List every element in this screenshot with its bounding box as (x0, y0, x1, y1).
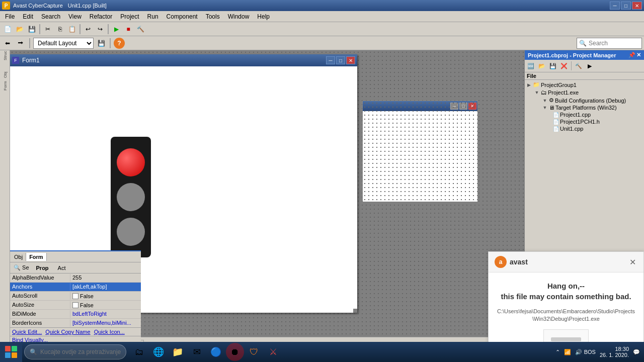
quick-copy-link[interactable]: Quick Copy Name (45, 329, 90, 335)
toolbar-1: 📄 📂 💾 ✂ ⎘ 📋 ↩ ↪ ▶ ■ 🔨 (0, 22, 644, 36)
sys-arrow-icon[interactable]: ⌃ (555, 349, 560, 355)
form-btn[interactable]: Form (1, 81, 10, 90)
quick-edit-link[interactable]: Quick Edit... (12, 329, 42, 335)
obj-btn[interactable]: Obj (1, 70, 10, 79)
save-button[interactable]: 💾 (26, 24, 37, 35)
maximize-button[interactable]: □ (621, 2, 631, 10)
open-button[interactable]: 📂 (14, 24, 25, 35)
run-button[interactable]: ▶ (111, 24, 122, 35)
cut-button[interactable]: ✂ (42, 24, 53, 35)
menu-run[interactable]: Run (143, 12, 163, 21)
tree-item-project1[interactable]: ▼ 🗂 Project1.exe (525, 88, 644, 97)
layout-save[interactable]: 💾 (96, 38, 107, 49)
clock[interactable]: 18:30 26. 1. 2020. (600, 346, 629, 358)
pm-build-btn[interactable]: 🔨 (574, 61, 584, 71)
props-props-tab[interactable]: Prop (32, 264, 53, 272)
redo-button[interactable]: ↪ (95, 24, 106, 35)
autosize-checkbox[interactable] (72, 302, 78, 308)
separator-2 (79, 24, 80, 34)
taskbar-chrome[interactable]: 🔵 (207, 343, 225, 361)
logo-q3 (5, 352, 11, 358)
yellow-light (117, 183, 145, 211)
pm-open-btn[interactable]: 📂 (537, 61, 547, 71)
pm-pin[interactable]: 📌 (628, 52, 635, 58)
new-button[interactable]: 📄 (2, 24, 13, 35)
props-form-tab[interactable]: Form (26, 253, 47, 261)
taskbar-explorer[interactable]: 📁 (169, 343, 187, 361)
label-unit1cpp: Unit1.cpp (560, 126, 583, 132)
sys-volume-icon[interactable]: 🔊 (575, 349, 582, 355)
menu-tools[interactable]: Tools (202, 12, 224, 21)
form1-maximize[interactable]: □ (336, 56, 345, 64)
menu-refactor[interactable]: Refactor (86, 12, 116, 21)
help-button[interactable]: ? (114, 38, 125, 49)
menu-component[interactable]: Component (163, 12, 202, 21)
tree-item-targetplatforms[interactable]: ▼ 🖥 Target Platforms (Win32) (525, 104, 644, 111)
stop-button[interactable]: ■ (123, 24, 134, 35)
file-icon-unit1: 📄 (553, 126, 559, 132)
props-obj-tab[interactable]: Obj (11, 253, 26, 261)
pm-separator (571, 61, 572, 70)
taskbar-search-box[interactable]: 🔍 (24, 344, 126, 359)
taskbar-edge[interactable]: 🌐 (149, 343, 168, 361)
notifications-icon[interactable]: 💬 (633, 349, 640, 355)
back-button[interactable]: ⬅ (2, 38, 13, 49)
menu-help[interactable]: Help (253, 12, 274, 21)
pm-new-btn[interactable]: 🆕 (526, 61, 536, 71)
tree-item-projectgroup[interactable]: ▶ 📁 ProjectGroup1 (525, 81, 644, 88)
expand-platforms: ▼ (541, 105, 549, 110)
file-icon-project1cpp: 📄 (553, 112, 559, 118)
project-manager: Project1.cbproj - Project Manager 📌 ✕ 🆕 … (524, 50, 644, 251)
pm-toolbar: 🆕 📂 💾 ❌ 🔨 ▶ (525, 60, 644, 72)
pm-tree: ▶ 📁 ProjectGroup1 ▼ 🗂 Project1.exe ▼ ⚙ B… (525, 80, 644, 251)
form1-title-left: F Form1 (12, 57, 40, 64)
undo-button[interactable]: ↩ (83, 24, 94, 35)
menu-edit[interactable]: Edit (19, 12, 37, 21)
build-button[interactable]: 🔨 (135, 24, 146, 35)
quick-icon-link[interactable]: Quick Icon... (94, 329, 125, 335)
menu-search[interactable]: Search (37, 12, 64, 21)
autoscroll-checkbox[interactable] (72, 293, 78, 299)
pm-close-btn[interactable]: ❌ (559, 61, 569, 71)
resize-handle[interactable] (353, 309, 357, 313)
tree-item-project1cpp[interactable]: 📄 Project1.cpp (525, 111, 644, 118)
taskbar-record[interactable]: ⏺ (226, 343, 244, 361)
form1-close[interactable]: ✕ (346, 56, 355, 64)
props-row-bidimode: BiDiMode bdLeftToRight (10, 310, 141, 319)
props-actions-tab[interactable]: Act (53, 264, 70, 272)
taskbar-files[interactable]: 🗂 (130, 343, 148, 361)
form1-minimize[interactable]: ─ (326, 56, 335, 64)
pm-run-btn[interactable]: ▶ (585, 61, 595, 71)
paste-button[interactable]: 📋 (66, 24, 77, 35)
sys-network-icon[interactable]: 📶 (564, 349, 571, 355)
props-search-tab[interactable]: 🔍 Se (11, 263, 32, 272)
forward-button[interactable]: ⮕ (15, 38, 26, 49)
menu-project[interactable]: Project (116, 12, 143, 21)
taskbar-search-input[interactable] (40, 348, 121, 355)
layout-select[interactable]: Default Layout (33, 38, 94, 49)
pm-save-btn[interactable]: 💾 (548, 61, 558, 71)
left-strip: Struc Obj Form (0, 50, 10, 362)
start-button[interactable] (0, 342, 22, 362)
minimize-button[interactable]: ─ (610, 2, 620, 10)
tree-item-unit1cpp[interactable]: 📄 Unit1.cpp (525, 125, 644, 132)
tree-item-project1pch[interactable]: 📄 Project1PCH1.h (525, 118, 644, 125)
taskbar-avast2[interactable]: ⚔ (264, 343, 282, 361)
avast-close-button[interactable]: ✕ (627, 257, 637, 267)
form1-icon: F (12, 57, 19, 64)
tree-item-buildconfig[interactable]: ▼ ⚙ Build Configurations (Debug) (525, 97, 644, 104)
separator-4 (29, 38, 30, 48)
close-button[interactable]: ✕ (632, 2, 642, 10)
search-input[interactable] (589, 40, 639, 47)
taskbar-avast[interactable]: 🛡 (245, 343, 263, 361)
taskbar-mail[interactable]: ✉ (188, 343, 206, 361)
pm-close[interactable]: ✕ (636, 52, 641, 58)
menu-window[interactable]: Window (224, 12, 254, 21)
folder-icon-projectgroup: 📁 (533, 81, 540, 88)
struct-btn[interactable]: Struc (1, 51, 10, 60)
platform-icon: 🖥 (549, 105, 554, 111)
menu-file[interactable]: File (1, 12, 19, 21)
menu-view[interactable]: View (64, 12, 86, 21)
copy-button[interactable]: ⎘ (54, 24, 65, 35)
form1-title: Form1 (22, 57, 40, 64)
